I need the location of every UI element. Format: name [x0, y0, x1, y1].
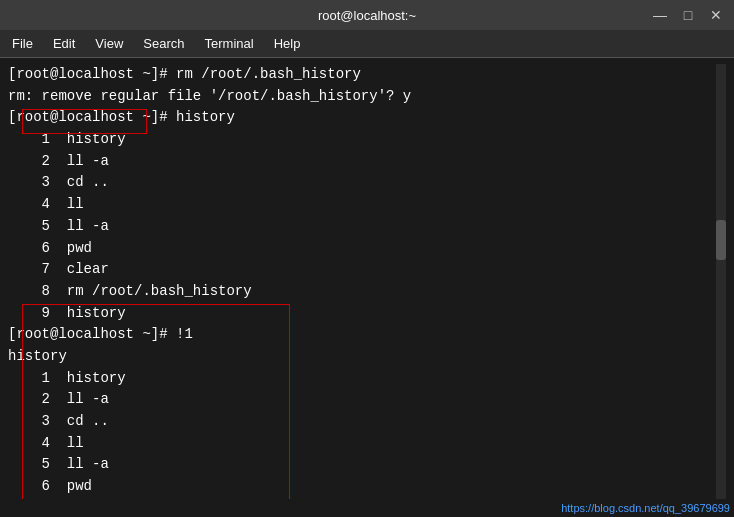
scrollbar-thumb[interactable]: [716, 220, 726, 260]
line-9: 6 pwd: [8, 238, 726, 260]
terminal[interactable]: [root@localhost ~]# rm /root/.bash_histo…: [0, 58, 734, 499]
line-4: 1 history: [8, 129, 726, 151]
title-bar: root@localhost:~ — □ ✕: [0, 0, 734, 30]
line-21: 7 clear: [8, 498, 726, 499]
line-12: 9 history: [8, 303, 726, 325]
line-10: 7 clear: [8, 259, 726, 281]
maximize-button[interactable]: □: [678, 7, 698, 23]
menu-terminal[interactable]: Terminal: [197, 34, 262, 53]
window-controls: — □ ✕: [650, 7, 726, 23]
line-6: 3 cd ..: [8, 172, 726, 194]
scrollbar[interactable]: [716, 64, 726, 499]
line-13: [root@localhost ~]# !1: [8, 324, 726, 346]
close-button[interactable]: ✕: [706, 7, 726, 23]
line-14: history: [8, 346, 726, 368]
menu-bar: File Edit View Search Terminal Help: [0, 30, 734, 58]
line-2: rm: remove regular file '/root/.bash_his…: [8, 86, 726, 108]
terminal-content: [root@localhost ~]# rm /root/.bash_histo…: [8, 64, 726, 499]
line-7: 4 ll: [8, 194, 726, 216]
menu-search[interactable]: Search: [135, 34, 192, 53]
line-3: [root@localhost ~]# history: [8, 107, 726, 129]
menu-edit[interactable]: Edit: [45, 34, 83, 53]
menu-file[interactable]: File: [4, 34, 41, 53]
line-11: 8 rm /root/.bash_history: [8, 281, 726, 303]
line-1: [root@localhost ~]# rm /root/.bash_histo…: [8, 64, 726, 86]
minimize-button[interactable]: —: [650, 7, 670, 23]
line-8: 5 ll -a: [8, 216, 726, 238]
menu-help[interactable]: Help: [266, 34, 309, 53]
window-title: root@localhost:~: [318, 8, 416, 23]
line-16: 2 ll -a: [8, 389, 726, 411]
line-19: 5 ll -a: [8, 454, 726, 476]
line-18: 4 ll: [8, 433, 726, 455]
line-15: 1 history: [8, 368, 726, 390]
line-17: 3 cd ..: [8, 411, 726, 433]
status-link: https://blog.csdn.net/qq_39679699: [561, 502, 730, 514]
menu-view[interactable]: View: [87, 34, 131, 53]
line-5: 2 ll -a: [8, 151, 726, 173]
status-bar: https://blog.csdn.net/qq_39679699: [0, 499, 734, 517]
line-20: 6 pwd: [8, 476, 726, 498]
